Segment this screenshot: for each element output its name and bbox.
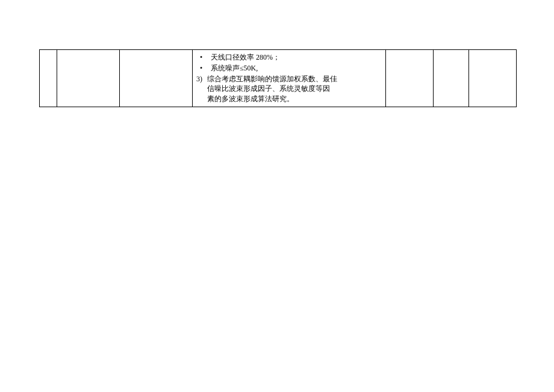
cell-4-spec: • 天线口径效率 280%； • 系统噪声≤50K, 3) 综合考虑互耦影响的馈… (193, 50, 386, 107)
document-page: • 天线口径效率 280%； • 系统噪声≤50K, 3) 综合考虑互耦影响的馈… (0, 0, 554, 392)
table-row: • 天线口径效率 280%； • 系统噪声≤50K, 3) 综合考虑互耦影响的馈… (40, 50, 517, 107)
cell-3 (120, 50, 193, 107)
bullet-icon: • (196, 52, 211, 63)
numbered-text-line: 综合考虑互耦影响的馈源加权系数、最佳 (207, 74, 382, 84)
bullet-text: 天线口径效率 280%； (211, 52, 382, 63)
cell-7 (469, 50, 517, 107)
cell-1 (40, 50, 57, 107)
bullet-item: • 系统噪声≤50K, (196, 63, 382, 73)
bullet-icon: • (196, 63, 211, 73)
numbered-text-line: 素的多波束形成算法研究。 (196, 94, 382, 104)
spec-content: • 天线口径效率 280%； • 系统噪声≤50K, 3) 综合考虑互耦影响的馈… (193, 50, 385, 107)
bullet-text: 系统噪声≤50K, (211, 63, 382, 73)
cell-6 (434, 50, 469, 107)
cell-5 (386, 50, 434, 107)
numbered-item: 3) 综合考虑互耦影响的馈源加权系数、最佳 (196, 74, 382, 84)
cell-2 (57, 50, 120, 107)
bullet-item: • 天线口径效率 280%； (196, 52, 382, 63)
numbered-text-line: 信噪比波束形成因子、系统灵敏度等因 (196, 84, 382, 94)
spec-table: • 天线口径效率 280%； • 系统噪声≤50K, 3) 综合考虑互耦影响的馈… (39, 49, 517, 107)
number-label: 3) (196, 74, 207, 84)
